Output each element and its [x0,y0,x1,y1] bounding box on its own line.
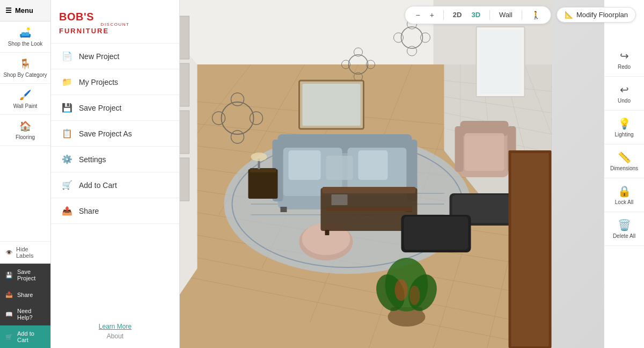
cart-label: Add to Cart [17,330,45,343]
svg-rect-69 [281,207,287,212]
dropdown-settings[interactable]: ⚙️ Settings [51,147,179,172]
sidebar-bottom: 💾 Save Project 📤 Share 📖 Need Help? 🛒 Ad… [0,263,50,348]
mode-3d-label: 3D [471,11,480,19]
undo-button[interactable]: ↩ Undo [604,77,644,111]
divider [443,10,444,20]
svg-rect-57 [479,30,522,94]
svg-rect-78 [465,133,504,171]
share-icon: 📤 [62,206,72,216]
my-projects-icon: 📁 [62,77,72,87]
about-text: About [62,332,169,340]
mode-2d-label: 2D [453,11,462,19]
svg-rect-96 [511,153,549,346]
view-controls: − + 2D 3D Wall 🚶 [405,6,551,24]
need-help-button[interactable]: 📖 Need Help? [0,303,50,325]
lighting-icon: 💡 [618,117,631,130]
add-to-cart-button[interactable]: 🛒 Add to Cart [0,325,50,348]
zoom-out-icon: − [415,11,420,19]
svg-rect-85 [325,230,330,235]
lock-all-button[interactable]: 🔒 Lock All [604,178,644,212]
dropdown-save-as[interactable]: 📋 Save Project As [51,121,179,147]
sidebar-item-label: Shop By Category [3,72,47,78]
shop-category-icon: 🪑 [19,58,31,70]
logo-area: BOB'S discount FURNITURE [51,0,179,44]
dropdown-item-label: My Projects [79,78,118,86]
right-toolbar: ↪ Redo ↩ Undo 💡 Lighting 📏 Dimensions 🔒 … [604,0,644,348]
share-label: Share [17,292,33,298]
sidebar-item-shop-look[interactable]: 🛋️ Shop the Look [0,21,50,53]
menu-button[interactable]: ☰ Menu [0,0,50,21]
sidebar-item-shop-category[interactable]: 🪑 Shop By Category [0,53,50,84]
lock-icon: 🔒 [618,185,631,198]
dropdown-item-label: Save Project As [79,129,132,138]
share-icon: 📤 [5,291,13,298]
zoom-in-icon: + [430,11,434,19]
hide-labels-label: Hide Labels [16,246,45,259]
sidebar-item-label: Wall Paint [13,103,38,109]
dropdown-save-project[interactable]: 💾 Save Project [51,95,179,121]
menu-label: Menu [15,6,33,15]
dropdown-item-label: New Project [79,52,119,61]
mode-3d-button[interactable]: 3D [469,10,483,20]
flooring-icon: 🏠 [19,120,31,132]
lighting-label: Lighting [614,132,633,137]
dimensions-button[interactable]: 📏 Dimensions [604,144,644,178]
redo-label: Redo [618,64,631,70]
sidebar-item-label: Flooring [16,134,35,140]
wall-button[interactable]: Wall [496,10,515,20]
svg-point-103 [409,286,420,305]
dropdown-share[interactable]: 📤 Share [51,198,179,224]
redo-button[interactable]: ↪ Redo [604,43,644,77]
mode-2d-button[interactable]: 2D [450,10,465,20]
svg-rect-94 [404,216,469,250]
dropdown-item-label: Settings [79,155,106,164]
svg-point-102 [395,279,408,301]
menu-icon: ☰ [5,6,12,15]
svg-rect-73 [358,150,388,180]
sidebar: ☰ Menu 🛋️ Shop the Look 🪑 Shop By Catego… [0,0,51,348]
shop-look-icon: 🛋️ [19,27,31,39]
divider [522,10,522,20]
settings-icon: ⚙️ [62,154,72,164]
zoom-in-button[interactable]: + [427,10,437,20]
undo-icon: ↩ [620,83,629,96]
redo-icon: ↪ [620,49,629,62]
dropdown-new-project[interactable]: 📄 New Project [51,44,179,69]
svg-rect-71 [289,150,321,180]
delete-all-label: Delete All [613,233,635,239]
person-view-button[interactable]: 🚶 [529,10,543,20]
modify-label: Modify Floorplan [576,11,628,19]
learn-more-link[interactable]: Learn More [62,323,169,330]
svg-rect-55 [303,84,361,126]
delete-all-button[interactable]: 🗑️ Delete All [604,212,644,246]
svg-rect-72 [326,156,353,180]
sidebar-item-label: Shop the Look [8,41,43,47]
undo-label: Undo [618,98,631,104]
sidebar-item-wall-paint[interactable]: 🖌️ Wall Paint [0,84,50,115]
sidebar-item-flooring[interactable]: 🏠 Flooring [0,115,50,146]
save-project-button[interactable]: 💾 Save Project [0,264,50,286]
help-label: Need Help? [17,308,45,321]
wall-paint-icon: 🖌️ [19,89,31,101]
dropdown-footer: Learn More About [51,315,179,348]
hide-labels-button[interactable]: 👁️ Hide Labels [0,241,50,263]
logo-main: BOB'S [59,11,171,23]
svg-rect-82 [323,187,416,193]
dropdown-item-label: Save Project [79,104,121,112]
zoom-out-button[interactable]: − [413,10,422,20]
lighting-button[interactable]: 💡 Lighting [604,111,644,144]
modify-floorplan-button[interactable]: 📐 Modify Floorplan [557,7,636,23]
lock-all-label: Lock All [615,199,633,205]
delete-icon: 🗑️ [618,219,631,231]
help-icon: 📖 [5,311,13,318]
save-as-icon: 📋 [62,128,72,139]
new-project-icon: 📄 [62,51,72,61]
dimensions-label: Dimensions [610,165,638,171]
wall-label: Wall [499,11,513,19]
dropdown-my-projects[interactable]: 📁 My Projects [51,69,179,95]
dropdown-add-to-cart[interactable]: 🛒 Add to Cart [51,172,179,198]
dropdown-item-label: Add to Cart [79,181,117,190]
modify-icon: 📐 [565,11,573,19]
svg-rect-76 [455,126,464,172]
share-button[interactable]: 📤 Share [0,286,50,303]
